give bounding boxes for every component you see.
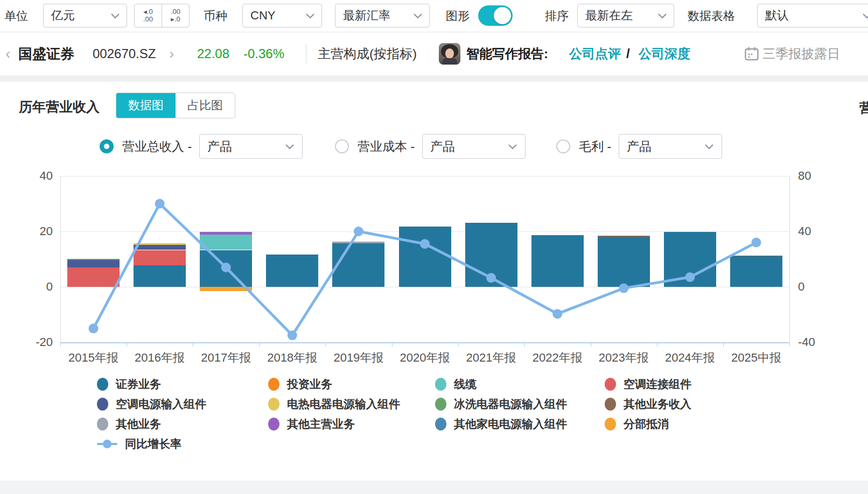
sort-select-value: 最新在左 (585, 8, 633, 24)
legend-item[interactable]: 其他家电电源输入组件 (435, 417, 567, 432)
chevron-down-icon (305, 13, 315, 19)
tab-data-chart[interactable]: 数据图 (116, 93, 176, 118)
legend-label: 空调连接组件 (624, 377, 691, 392)
bar-segment (598, 237, 650, 287)
legend-label: 其他主营业务 (287, 417, 355, 432)
legend-item[interactable]: 其他业务 (97, 417, 161, 432)
radio-operating-cost[interactable] (335, 139, 349, 153)
legend-item[interactable]: 其他业务收入 (605, 397, 691, 412)
settings-toolbar: 单位 亿元 ◂.0 .00 .00 ▸.0 币种 CNY 最新汇率 图形 排序 … (0, 0, 868, 32)
legend-item-growth-line[interactable]: 同比增长率 (97, 436, 181, 451)
legend-item[interactable]: 证券业务 (97, 377, 161, 392)
decimal-decrease-button[interactable]: ◂.0 .00 (134, 4, 162, 27)
company-review-link[interactable]: 公司点评 (569, 45, 621, 62)
link-separator: / (626, 46, 630, 61)
bar-segment (134, 245, 186, 250)
x-axis-category-label: 2023年报 (599, 350, 649, 366)
avatar[interactable] (439, 43, 460, 65)
legend-color-dot (268, 398, 279, 411)
x-axis-tick (60, 342, 61, 347)
chevron-down-icon (508, 144, 517, 150)
x-axis-line (60, 342, 789, 343)
right-axis-tick-label: 80 (798, 169, 811, 183)
page: 单位 亿元 ◂.0 .00 .00 ▸.0 币种 CNY 最新汇率 图形 排序 … (0, 0, 868, 494)
ai-report-label: 智能写作报告: (466, 45, 548, 62)
currency-select[interactable]: CNY (242, 4, 322, 27)
legend-item[interactable]: 其他主营业务 (268, 417, 355, 432)
forward-chevron-icon[interactable]: › (169, 45, 174, 62)
gross-profit-dimension-select[interactable]: 产品 (619, 134, 722, 159)
sort-select[interactable]: 最新在左 (577, 4, 674, 27)
bar-segment (664, 232, 716, 287)
radio-total-revenue[interactable] (100, 139, 114, 153)
stock-price: 22.08 (197, 46, 229, 61)
gross-profit-dimension-value: 产品 (627, 138, 652, 155)
legend-label: 其他业务收入 (624, 397, 691, 412)
gridline (60, 176, 789, 177)
data-table-select[interactable]: 默认 (757, 4, 868, 27)
legend-item[interactable]: 线缆 (435, 377, 477, 392)
company-depth-link[interactable]: 公司深度 (639, 45, 690, 62)
bar-segment (598, 236, 650, 237)
x-axis-category-label: 2024年报 (665, 350, 715, 366)
metric-label: 营业总收入 - (122, 138, 192, 155)
bar-segment (399, 227, 451, 287)
legend-item[interactable]: 空调电源输入组件 (97, 397, 206, 412)
divider (306, 44, 306, 63)
legend-item[interactable]: 冰洗电器电源输入组件 (435, 397, 567, 412)
legend-label: 空调电源输入组件 (116, 397, 206, 412)
bar-segment (134, 243, 186, 245)
bar-segment (67, 259, 120, 260)
legend-label: 其他家电电源输入组件 (454, 417, 567, 432)
legend-item[interactable]: 分部抵消 (605, 417, 669, 432)
chevron-down-icon (110, 13, 120, 19)
x-axis-tick (591, 342, 591, 347)
legend-label: 分部抵消 (624, 417, 669, 432)
decimal-increase-button[interactable]: .00 ▸.0 (162, 4, 190, 27)
x-axis-tick (723, 342, 724, 347)
legend-item[interactable]: 投资业务 (268, 377, 332, 392)
gridline (60, 287, 789, 287)
tab-ratio-chart[interactable]: 占比图 (176, 93, 235, 118)
unit-select[interactable]: 亿元 (43, 4, 127, 27)
bar-segment (67, 267, 120, 287)
chart-tabs: 数据图 占比图 (116, 93, 235, 118)
calendar-icon (744, 46, 759, 61)
chevron-down-icon (285, 144, 295, 150)
right-axis-tick-label: 40 (798, 224, 811, 238)
graph-toggle[interactable] (478, 5, 513, 26)
left-axis-tick-label: 0 (15, 280, 53, 294)
right-axis-tick-label: -40 (798, 335, 815, 349)
chevron-down-icon (413, 13, 423, 19)
growth-line-point (752, 238, 761, 248)
x-axis-category-label: 2015年报 (68, 350, 118, 366)
bar-segment (134, 265, 186, 287)
exchange-rate-select[interactable]: 最新汇率 (335, 4, 430, 27)
radio-gross-profit[interactable] (556, 139, 570, 153)
metric-revenue-group: 营业总收入 - 产品 (100, 133, 303, 159)
stock-header: ‹ 国盛证券 002670.SZ › 22.08 -0.36% 主营构成(按指标… (0, 32, 868, 75)
metric-label: 毛利 - (579, 138, 611, 155)
stock-code: 002670.SZ (93, 46, 156, 61)
bar-segment (531, 235, 584, 287)
revenue-dimension-select[interactable]: 产品 (199, 134, 303, 159)
x-axis-category-label: 2016年报 (135, 350, 185, 366)
back-chevron-icon[interactable]: ‹ (5, 45, 10, 62)
legend-item[interactable]: 空调连接组件 (605, 377, 691, 392)
stock-change: -0.36% (243, 46, 284, 61)
x-axis-tick (127, 342, 127, 347)
bar-segment (332, 242, 384, 243)
legend-item[interactable]: 电热电器电源输入组件 (268, 397, 400, 412)
x-axis-tick (325, 342, 326, 347)
bar-segment (465, 223, 517, 287)
x-axis-tick (789, 342, 790, 347)
x-axis-tick (657, 342, 657, 347)
cost-dimension-select[interactable]: 产品 (422, 134, 526, 159)
legend-color-dot (605, 378, 616, 391)
legend-label: 投资业务 (287, 377, 332, 392)
left-axis-tick-label: 40 (15, 169, 53, 183)
x-axis-tick (458, 342, 459, 347)
unit-label: 单位 (4, 8, 28, 24)
legend-label: 线缆 (454, 377, 477, 392)
legend-color-dot (97, 418, 108, 431)
